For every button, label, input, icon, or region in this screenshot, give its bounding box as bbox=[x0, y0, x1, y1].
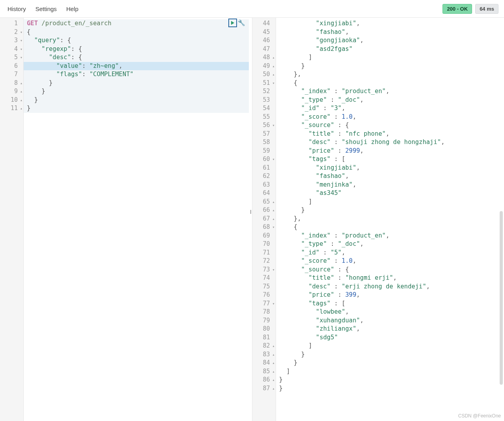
run-button[interactable] bbox=[228, 19, 237, 27]
request-gutter: 12▾3▾4▾5▾678▴9▴10▴11▴ bbox=[0, 18, 24, 421]
panes: 12▾3▾4▾5▾678▴9▴10▴11▴ GET /product_en/_s… bbox=[0, 18, 504, 421]
action-icons: 🔧 bbox=[228, 19, 246, 27]
menu: History Settings Help bbox=[7, 6, 78, 12]
request-pane[interactable]: 12▾3▾4▾5▾678▴9▴10▴11▴ GET /product_en/_s… bbox=[0, 18, 252, 421]
response-gutter: 4445464748▴49▴50▴51▾5253545556▾57585960▾… bbox=[252, 18, 276, 421]
request-editor[interactable]: GET /product_en/_search{ "query": { "reg… bbox=[24, 18, 252, 421]
response-viewer: "xingjiabi", "fashao", "gongjiaoka", "as… bbox=[276, 18, 504, 421]
response-pane[interactable]: 4445464748▴49▴50▴51▾5253545556▾57585960▾… bbox=[252, 18, 504, 421]
watermark: CSDN @FeenixOne bbox=[458, 413, 501, 419]
time-badge: 64 ms bbox=[475, 4, 498, 14]
top-bar: History Settings Help 200 - OK 64 ms bbox=[0, 0, 504, 18]
wrench-icon: 🔧 bbox=[238, 19, 245, 26]
status-badge: 200 - OK bbox=[442, 4, 472, 14]
options-button[interactable]: 🔧 bbox=[238, 19, 246, 27]
menu-settings[interactable]: Settings bbox=[35, 6, 57, 12]
response-scrollbar[interactable] bbox=[500, 211, 503, 385]
status-area: 200 - OK 64 ms bbox=[442, 4, 498, 14]
menu-history[interactable]: History bbox=[7, 6, 26, 12]
menu-help[interactable]: Help bbox=[66, 6, 78, 12]
play-icon bbox=[231, 21, 234, 25]
